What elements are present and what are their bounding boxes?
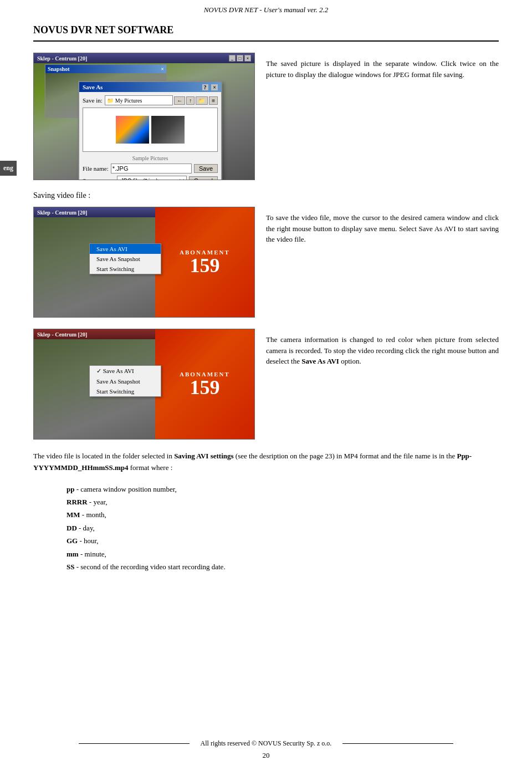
up-btn[interactable]: ↑	[186, 96, 195, 105]
param-rest: - month,	[80, 510, 106, 519]
context-menu-1: Save As AVI Save As Snapshot Start Switc…	[89, 243, 161, 274]
win2-title: Sklep - Centrum [20]	[37, 210, 87, 216]
view-btn[interactable]: ≡	[209, 96, 218, 105]
cancel-button[interactable]: Cancel	[189, 176, 218, 180]
param-bold: GG	[66, 537, 78, 545]
save-in-row: Save in: 📁 My Pictures ← ↑ 📁 ≡	[83, 95, 218, 105]
screenshot-3: Sklep - Centrum [20] _ □ × ABONAMENT 159	[33, 329, 255, 440]
save-button[interactable]: Save	[194, 164, 218, 173]
param-row: mm - minute,	[66, 548, 499, 560]
save-as-dialog: Save As ? × Save in: 📁	[78, 81, 222, 180]
top-rule	[33, 40, 499, 42]
thumbnail-1	[116, 116, 149, 144]
dialog-title: Save As	[83, 84, 103, 90]
page-header: NOVUS DVR NET - User's manual ver. 2.2	[0, 0, 532, 19]
param-rest: - day,	[77, 524, 95, 532]
context-menu-item-save-avi[interactable]: Save As AVI	[90, 244, 161, 254]
bottom-text: The video file is located in the folder …	[33, 451, 499, 474]
screenshot-1: Sklep - Centrum [20] _ □ × Snapshot ×	[33, 53, 255, 180]
param-row: MM - month,	[66, 508, 499, 521]
snapshot-titlebar: Snapshot ×	[45, 65, 166, 73]
bottom-paragraph: The video file is located in the folder …	[33, 451, 499, 474]
win3-title: Sklep - Centrum [20]	[37, 331, 87, 338]
abonament-number-2: 159	[190, 377, 219, 397]
saveas-row: Save as type: JPG files(*.jpg) Cancel	[83, 176, 218, 180]
maximize-btn[interactable]: □	[237, 55, 243, 62]
param-bold: MM	[66, 510, 80, 519]
dialog-buttons: ? ×	[201, 84, 218, 90]
abonament-billboard-2: ABONAMENT 159	[155, 329, 254, 439]
filename-label: File name:	[83, 165, 109, 172]
context-menu-2: Save As AVI Save As Snapshot Start Switc…	[89, 365, 161, 397]
section1-text: The saved picture is displayed in the se…	[266, 53, 499, 83]
filename-row: File name: Save	[83, 164, 218, 173]
page-number: 20	[0, 751, 532, 760]
section1-image: Sklep - Centrum [20] _ □ × Snapshot ×	[33, 53, 255, 180]
context-menu-item-switching[interactable]: Start Switching	[90, 264, 161, 274]
page-footer: All rights reserved © NOVUS Security Sp.…	[0, 739, 532, 760]
section2-row: Sklep - Centrum [20] _ □ × ABONAMENT 159	[33, 207, 499, 318]
param-row: RRRR - year,	[66, 496, 499, 508]
section3-row: Sklep - Centrum [20] _ □ × ABONAMENT 159	[33, 329, 499, 440]
lang-tab: eng	[0, 161, 17, 176]
content-area: NOVUS DVR NET SOFTWARE Sklep - Centrum […	[0, 24, 532, 573]
page-wrapper: NOVUS DVR NET - User's manual ver. 2.2 e…	[0, 0, 532, 771]
footer-rule-wrap: All rights reserved © NOVUS Security Sp.…	[0, 739, 532, 748]
context-menu2-item-snapshot[interactable]: Save As Snapshot	[90, 376, 161, 386]
param-bold: RRRR	[66, 498, 88, 506]
section1-row: Sklep - Centrum [20] _ □ × Snapshot ×	[33, 53, 499, 180]
section3-image: Sklep - Centrum [20] _ □ × ABONAMENT 159	[33, 329, 255, 440]
abonament-billboard: ABONAMENT 159	[155, 207, 254, 317]
dialog-body: Save in: 📁 My Pictures ← ↑ 📁 ≡	[79, 92, 221, 180]
thumbnail-2	[151, 116, 185, 144]
section3-text: The camera information is changed to red…	[266, 329, 499, 370]
abonament-number: 159	[190, 256, 219, 275]
page-title: NOVUS DVR NET SOFTWARE	[33, 24, 499, 36]
sample-pictures-label: Sample Pictures	[83, 155, 218, 161]
outer-window-titlebar: Sklep - Centrum [20] _ □ ×	[34, 53, 254, 63]
param-bold: pp	[66, 485, 74, 493]
save-in-input[interactable]: 📁 My Pictures	[105, 95, 173, 105]
footer-copyright: All rights reserved © NOVUS Security Sp.…	[201, 739, 332, 748]
section2-text: To save the video file, move the cursor …	[266, 207, 499, 248]
footer-rule-right	[342, 743, 453, 744]
section1-paragraph: The saved picture is displayed in the se…	[266, 58, 499, 80]
dialog-help-btn[interactable]: ?	[202, 84, 208, 90]
section2-image: Sklep - Centrum [20] _ □ × ABONAMENT 159	[33, 207, 255, 318]
saving-video-label: Saving video file :	[33, 191, 499, 200]
context-menu2-item-save-avi[interactable]: Save As AVI	[90, 366, 161, 376]
param-rest: - hour,	[78, 537, 98, 545]
param-rest: - minute,	[79, 550, 106, 558]
param-rest: - camera window position number,	[74, 485, 176, 493]
dialog-close-btn[interactable]: ×	[211, 84, 218, 90]
param-row: pp - camera window position number,	[66, 483, 499, 496]
dialog-file-area	[83, 108, 218, 152]
param-row: SS - second of the recording video start…	[66, 560, 499, 573]
param-bold: mm	[66, 550, 79, 558]
saveas-select[interactable]: JPG files(*.jpg)	[117, 176, 187, 180]
snapshot-close[interactable]: ×	[161, 66, 164, 72]
param-rest: - second of the recording video start re…	[74, 563, 225, 571]
win-title-buttons: _ □ ×	[229, 55, 251, 62]
footer-rule-left	[79, 743, 190, 744]
context-menu-item-snapshot[interactable]: Save As Snapshot	[90, 254, 161, 264]
filename-input[interactable]	[111, 164, 192, 173]
section2-paragraph: To save the video file, move the cursor …	[266, 212, 499, 245]
context-menu2-item-switching[interactable]: Start Switching	[90, 386, 161, 396]
header-text: NOVUS DVR NET - User's manual ver. 2.2	[204, 6, 329, 14]
save-in-label: Save in:	[83, 97, 103, 104]
dialog-titlebar: Save As ? ×	[79, 82, 221, 92]
param-list: pp - camera window position number,RRRR …	[66, 483, 499, 574]
minimize-btn[interactable]: _	[229, 55, 236, 62]
saveas-label: Save as type:	[83, 177, 115, 180]
outer-window-title: Sklep - Centrum [20]	[37, 55, 87, 62]
screenshot-2: Sklep - Centrum [20] _ □ × ABONAMENT 159	[33, 207, 255, 318]
param-bold: SS	[66, 563, 74, 571]
param-bold: DD	[66, 524, 77, 532]
close-btn[interactable]: ×	[244, 55, 251, 62]
section3-paragraph: The camera information is changed to red…	[266, 334, 499, 367]
save-in-controls: 📁 My Pictures ← ↑ 📁 ≡	[105, 95, 218, 105]
new-folder-btn[interactable]: 📁	[196, 96, 208, 105]
back-btn[interactable]: ←	[174, 96, 185, 105]
param-row: DD - day,	[66, 522, 499, 534]
